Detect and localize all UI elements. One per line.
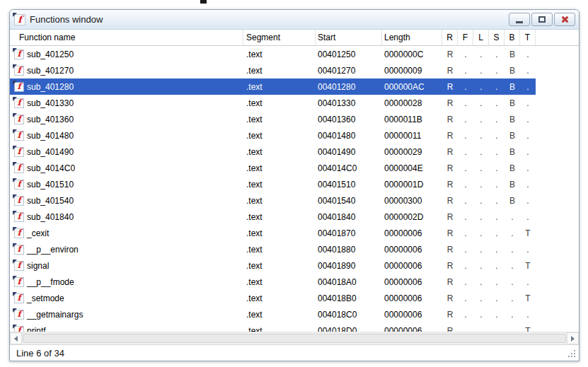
- function-icon: f: [14, 310, 24, 320]
- function-icon: f: [14, 147, 24, 157]
- function-row[interactable]: f sub_401480 .text 00401480 00000011 R .…: [10, 127, 536, 144]
- icon-letter: f: [17, 326, 21, 332]
- column-header-function-name[interactable]: Function name: [10, 30, 243, 45]
- function-row[interactable]: f _setmode .text 004018B0 00000006 R . .…: [10, 290, 536, 306]
- flag-r: R: [442, 310, 458, 320]
- function-list[interactable]: f sub_401250 .text 00401250 0000000C R .…: [10, 46, 579, 332]
- flag-s: .: [489, 310, 505, 320]
- start-address: 00401510: [316, 180, 382, 190]
- flag-f: .: [458, 228, 473, 238]
- start-address: 004018C0: [316, 310, 382, 320]
- flag-r: R: [442, 212, 458, 222]
- length-value: 00000006: [382, 228, 442, 238]
- flag-r: R: [442, 196, 458, 206]
- flag-f: .: [458, 163, 473, 173]
- close-button[interactable]: [554, 13, 575, 26]
- length-value: 00000006: [382, 310, 442, 320]
- function-icon: f: [14, 293, 24, 303]
- flag-s: .: [489, 326, 505, 332]
- function-name: __p__environ: [27, 245, 79, 255]
- function-icon: f: [14, 115, 24, 124]
- horizontal-scrollbar[interactable]: [10, 332, 579, 344]
- function-icon: f: [14, 180, 24, 190]
- flag-f: .: [458, 147, 473, 157]
- window-title: Functions window: [30, 14, 103, 25]
- length-value: 00000006: [382, 277, 442, 287]
- length-value: 0000011B: [382, 115, 442, 124]
- title-bar[interactable]: f Functions window: [10, 10, 579, 30]
- resize-grip[interactable]: [574, 356, 575, 357]
- icon-letter: f: [17, 245, 21, 253]
- maximize-button[interactable]: [531, 13, 553, 26]
- start-address: 00401540: [316, 196, 382, 206]
- flag-f: .: [458, 82, 473, 92]
- function-row[interactable]: f __p__fmode .text 004018A0 00000006 R .…: [10, 274, 536, 290]
- segment-value: .text: [243, 310, 316, 320]
- flag-s: .: [489, 277, 505, 287]
- flag-r: R: [442, 82, 458, 92]
- start-address: 00401270: [316, 66, 382, 76]
- function-row[interactable]: f _cexit .text 00401870 00000006 R . . .…: [10, 225, 536, 241]
- function-row[interactable]: f sub_401270 .text 00401270 00000009 R .…: [10, 62, 536, 78]
- function-row[interactable]: f sub_4014C0 .text 004014C0 0000004E R .…: [10, 160, 536, 176]
- functions-window: f Functions window Function name Segment…: [9, 9, 580, 361]
- function-row[interactable]: f sub_401510 .text 00401510 0000001D R .…: [10, 176, 536, 192]
- scroll-right-button[interactable]: [567, 332, 579, 344]
- start-address: 00401250: [316, 49, 382, 59]
- minimize-button[interactable]: [509, 13, 530, 26]
- status-line-indicator: Line 6 of 34: [16, 348, 64, 359]
- icon-letter: f: [17, 293, 21, 302]
- flag-b: .: [505, 293, 520, 303]
- flag-l: .: [473, 66, 489, 76]
- flag-r: R: [442, 180, 458, 190]
- column-header-t[interactable]: T: [520, 30, 536, 45]
- function-name: sub_401270: [27, 66, 74, 76]
- icon-arrow-overlay: [13, 146, 17, 150]
- segment-value: .text: [243, 261, 316, 271]
- flag-f: .: [458, 212, 473, 222]
- flag-l: .: [473, 98, 489, 108]
- function-row[interactable]: f printf .text 004018D0 00000006 R . . .…: [10, 322, 536, 332]
- column-header-l[interactable]: L: [473, 30, 489, 45]
- column-header-segment[interactable]: Segment: [243, 30, 316, 45]
- column-header-f[interactable]: F: [458, 30, 473, 45]
- flag-l: .: [473, 228, 489, 238]
- column-header-s[interactable]: S: [489, 30, 505, 45]
- column-header-r[interactable]: R: [442, 30, 458, 45]
- function-row[interactable]: f sub_401250 .text 00401250 0000000C R .…: [10, 46, 536, 62]
- function-row[interactable]: f sub_401280 .text 00401280 000000AC R .…: [10, 78, 536, 95]
- flag-r: R: [442, 66, 458, 76]
- start-address: 00401890: [316, 261, 382, 271]
- start-address: 004018A0: [316, 277, 382, 287]
- start-address: 00401490: [316, 147, 382, 157]
- function-row[interactable]: f signal .text 00401890 00000006 R . . .…: [10, 257, 536, 274]
- segment-value: .text: [243, 180, 316, 190]
- flag-r: R: [442, 261, 458, 271]
- flag-t: .: [520, 196, 536, 206]
- function-name: _setmode: [27, 293, 64, 303]
- flag-f: .: [458, 245, 473, 255]
- function-row[interactable]: f sub_401360 .text 00401360 0000011B R .…: [10, 111, 536, 127]
- flag-t: .: [520, 277, 536, 287]
- icon-letter: f: [17, 131, 21, 139]
- flag-b: B: [505, 163, 520, 173]
- function-row[interactable]: f __p__environ .text 00401880 00000006 R…: [10, 241, 536, 257]
- flag-b: B: [505, 115, 520, 124]
- icon-arrow-overlay: [13, 64, 17, 69]
- flag-b: .: [505, 310, 520, 320]
- flag-l: .: [473, 147, 489, 157]
- function-row[interactable]: f sub_401840 .text 00401840 0000002D R .…: [10, 209, 536, 225]
- function-name: sub_401250: [27, 49, 74, 59]
- column-header-b[interactable]: B: [505, 30, 520, 45]
- column-header-start[interactable]: Start: [316, 30, 382, 45]
- flag-f: .: [458, 49, 473, 59]
- column-header-length[interactable]: Length: [382, 30, 442, 45]
- scrollbar-thumb[interactable]: [23, 334, 566, 343]
- function-row[interactable]: f sub_401330 .text 00401330 00000028 R .…: [10, 95, 536, 111]
- function-row[interactable]: f sub_401490 .text 00401490 00000029 R .…: [10, 144, 536, 160]
- scrollbar-track[interactable]: [22, 332, 567, 344]
- function-row[interactable]: f __getmainargs .text 004018C0 00000006 …: [10, 306, 536, 322]
- flag-l: .: [473, 163, 489, 173]
- function-row[interactable]: f sub_401540 .text 00401540 00000300 R .…: [10, 192, 536, 209]
- scroll-left-button[interactable]: [10, 332, 22, 344]
